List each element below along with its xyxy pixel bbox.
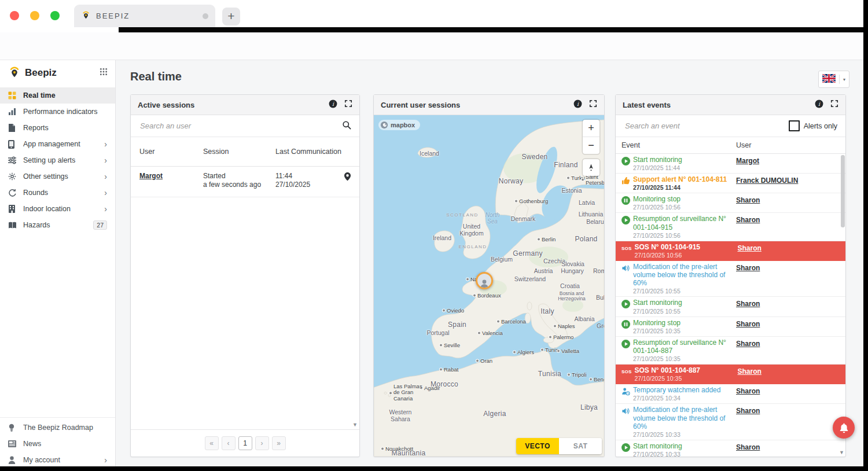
sidebar-item-setting-up-alerts[interactable]: Setting up alerts› (0, 152, 115, 168)
user-link[interactable]: Margot (139, 172, 163, 180)
sidebar-item-my-account[interactable]: My account› (0, 452, 115, 466)
alerts-only-checkbox[interactable] (789, 120, 800, 131)
panel-title: Active sessions (138, 101, 322, 109)
info-icon[interactable]: i (329, 100, 337, 111)
info-icon[interactable]: i (815, 100, 823, 111)
city-dot (466, 278, 469, 280)
close-window-button[interactable] (10, 11, 19, 20)
city-dot (476, 359, 479, 362)
map-label: Bulg (596, 294, 604, 301)
zoom-in-button[interactable]: + (583, 120, 599, 137)
map-city-label: Valletta (557, 348, 579, 354)
apps-grid-icon[interactable] (100, 68, 108, 78)
event-timestamp: 27/10/2025 11:44 (633, 164, 736, 171)
locate-button[interactable] (583, 159, 599, 176)
user-link[interactable]: Margot (736, 157, 759, 165)
event-row-start-monitoring: Start monitoring27/10/2025 10:33Sharon (616, 440, 845, 457)
scroll-down-icon[interactable]: ▼ (839, 450, 844, 455)
pagination-button-2[interactable]: ‹ (222, 436, 236, 450)
minimize-window-button[interactable] (30, 11, 39, 20)
sidebar-item-rounds[interactable]: Rounds› (0, 185, 115, 201)
sidebar-item-label: News (23, 440, 107, 448)
map-label: Norway (499, 177, 523, 185)
user-link[interactable]: Franck DUMOULIN (736, 176, 798, 185)
panel-title: Current user sessions (381, 101, 567, 109)
info-icon[interactable]: i (573, 100, 582, 111)
badge: 27 (93, 220, 107, 230)
pagination-button-5[interactable]: » (272, 436, 286, 450)
sat-button[interactable]: SAT (559, 438, 602, 454)
sidebar-item-news[interactable]: News (0, 436, 115, 452)
event-row-start-monitoring: Start monitoring27/10/2025 11:44Margot (616, 154, 845, 174)
browser-tab[interactable]: BEEPIZ (74, 5, 215, 27)
zoom-window-button[interactable] (50, 11, 60, 20)
user-link[interactable]: Sharon (736, 443, 760, 451)
column-header-user: User (131, 148, 203, 156)
map-label: Hungary (561, 267, 584, 274)
user-link[interactable]: Sharon (736, 216, 760, 224)
column-header-last-communication: Last Communication (275, 147, 359, 156)
sidebar-item-app-management[interactable]: App management› (0, 136, 115, 152)
vecto-button[interactable]: VECTO (516, 438, 559, 454)
user-link[interactable]: Sharon (736, 300, 760, 308)
sidebar-item-hazards[interactable]: Hazards27 (0, 217, 115, 233)
sidebar: Beepiz Real timePerformance indicatorsRe… (0, 60, 116, 466)
event-user: Sharon (736, 299, 845, 308)
pagination-button-1[interactable]: « (205, 436, 219, 450)
watchman-event-icon (621, 387, 630, 398)
event-text: Start monitoring27/10/2025 11:44 (633, 156, 736, 171)
search-user-input[interactable] (139, 121, 337, 131)
event-text: Monitoring stop27/10/2025 10:56 (633, 195, 736, 211)
event-text: Temporary watchmen added27/10/2025 10:34 (633, 386, 736, 402)
user-link[interactable]: Sharon (736, 407, 760, 415)
city-dot (582, 179, 584, 181)
sidebar-item-performance-indicators[interactable]: Performance indicators (0, 104, 115, 120)
map[interactable]: IcelandNorwaySwedenFinlandEstoniaLatviaL… (374, 115, 604, 457)
user-link[interactable]: Sharon (738, 367, 762, 376)
event-title: Start monitoring (633, 299, 736, 307)
performance-indicators-icon (8, 108, 19, 116)
map-label: ENGLAND (458, 244, 487, 249)
new-tab-button[interactable]: + (222, 8, 240, 25)
sidebar-item-the-beepiz-roadmap[interactable]: The Beepiz Roadmap (0, 420, 115, 436)
user-location-marker[interactable] (476, 272, 493, 289)
event-timestamp: 27/10/2025 10:56 (633, 204, 736, 211)
sidebar-item-indoor-location[interactable]: Indoor location› (0, 201, 115, 217)
zoom-out-button[interactable]: − (583, 137, 599, 154)
city-dot (497, 320, 499, 322)
event-row-monitoring-stop: Monitoring stop27/10/2025 10:35Sharon (616, 317, 845, 337)
sessions-table-body: MargotStarteda few seconds ago11:4427/10… (131, 167, 359, 429)
language-selector[interactable]: ▾ (818, 71, 849, 88)
scroll-down-icon[interactable]: ▼ (352, 422, 358, 428)
user-link[interactable]: Sharon (736, 264, 760, 272)
fullscreen-icon[interactable] (344, 100, 352, 110)
fullscreen-icon[interactable] (589, 100, 597, 110)
scrollbar-thumb[interactable] (841, 155, 845, 227)
user-link[interactable]: Sharon (736, 340, 760, 348)
sidebar-item-other-settings[interactable]: Other settings› (0, 168, 115, 185)
event-title: Modification of the pre-alert volume bel… (633, 406, 736, 430)
map-city-label: Oran (476, 358, 492, 364)
user-link[interactable]: Sharon (736, 196, 760, 204)
sidebar-item-label: Other settings (23, 172, 104, 181)
sidebar-item-reports[interactable]: Reports (0, 120, 115, 136)
notifications-fab[interactable] (833, 417, 855, 439)
user-link[interactable]: Sharon (738, 244, 762, 252)
fullscreen-icon[interactable] (830, 100, 838, 110)
map-city-label: Seville (440, 342, 460, 348)
sos-event-icon: SOS (621, 367, 632, 374)
location-pin-icon[interactable] (342, 172, 359, 181)
chevron-right-icon: › (104, 205, 107, 213)
user-link[interactable]: Sharon (736, 320, 760, 328)
event-user: Sharon (736, 338, 845, 348)
event-timestamp: 27/10/2025 10:35 (633, 355, 736, 362)
sidebar-item-real-time[interactable]: Real time (0, 87, 115, 104)
pagination-button-3[interactable]: 1 (238, 436, 252, 450)
pagination-button-4[interactable]: › (255, 436, 269, 450)
search-icon[interactable] (342, 120, 351, 132)
city-dot (478, 332, 480, 334)
pause-event-icon (621, 196, 630, 207)
search-event-input[interactable] (624, 121, 784, 131)
user-link[interactable]: Sharon (736, 387, 760, 395)
map-label: Roman (593, 267, 604, 274)
